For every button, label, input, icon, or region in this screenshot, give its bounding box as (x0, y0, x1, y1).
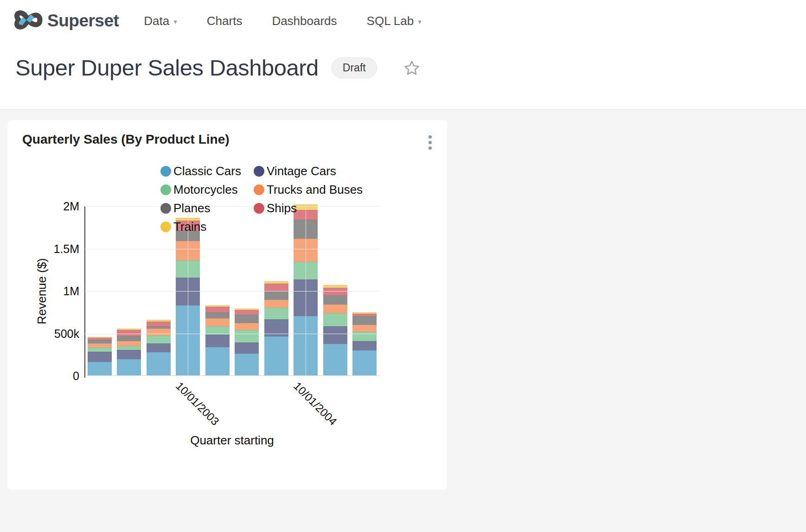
bar-segment-motorcycles[interactable] (264, 308, 288, 319)
brand-name: Superset (47, 11, 119, 31)
legend-label: Trucks and Buses (267, 183, 363, 197)
legend-item-classic-cars[interactable]: Classic Cars (160, 164, 254, 179)
bar-segment-motorcycles[interactable] (235, 330, 259, 342)
legend-item-trucks-and-buses[interactable]: Trucks and Buses (254, 182, 363, 197)
bar-segment-trucks-and-buses[interactable] (147, 329, 171, 335)
nav-menu: Data▾ChartsDashboardsSQL Lab▾ (144, 14, 421, 28)
legend-color-dot (160, 203, 171, 214)
stacked-bar-10[interactable] (352, 312, 377, 375)
stacked-bar-1[interactable] (88, 337, 112, 375)
bar-segment-vintage-cars[interactable] (235, 342, 259, 353)
navbar: Superset Data▾ChartsDashboardsSQL Lab▾ (0, 0, 806, 42)
x-tick-label: 10/01/2003 (173, 380, 222, 428)
legend-item-trains[interactable]: Trains (160, 219, 254, 234)
nav-item-sql-lab[interactable]: SQL Lab▾ (367, 14, 422, 28)
superset-brand[interactable]: Superset (9, 7, 119, 34)
nav-item-label: Charts (207, 14, 243, 28)
stacked-bar-7[interactable] (264, 281, 288, 375)
stacked-bar-9[interactable] (323, 285, 347, 375)
bar-segment-trains[interactable] (117, 329, 141, 330)
nav-item-charts[interactable]: Charts (207, 14, 243, 28)
nav-item-label: SQL Lab (367, 14, 414, 28)
nav-item-dashboards[interactable]: Dashboards (272, 14, 337, 28)
bar-segment-trucks-and-buses[interactable] (117, 341, 141, 346)
bar-segment-planes[interactable] (88, 340, 112, 343)
bar-segment-ships[interactable] (352, 314, 377, 316)
bar-segment-ships[interactable] (117, 330, 141, 336)
bar-segment-trains[interactable] (147, 320, 171, 321)
bar-segment-trucks-and-buses[interactable] (264, 300, 288, 308)
bar-segment-vintage-cars[interactable] (117, 350, 141, 359)
bar-segment-classic-cars[interactable] (88, 362, 112, 375)
legend-label: Trains (173, 220, 206, 234)
bar-segment-motorcycles[interactable] (323, 313, 347, 327)
bar-segment-trains[interactable] (205, 305, 230, 307)
legend-label: Planes (173, 201, 211, 215)
caret-down-icon: ▾ (418, 18, 422, 26)
status-badge: Draft (332, 57, 377, 78)
bar-segment-motorcycles[interactable] (147, 336, 171, 343)
bar-segment-planes[interactable] (264, 291, 288, 300)
nav-item-data[interactable]: Data▾ (144, 14, 177, 28)
bar-segment-ships[interactable] (88, 338, 112, 340)
legend-label: Classic Cars (173, 164, 241, 178)
nav-item-label: Dashboards (272, 14, 337, 28)
gridline (85, 291, 379, 291)
bar-segment-planes[interactable] (235, 315, 259, 323)
bar-segment-classic-cars[interactable] (147, 352, 171, 375)
bar-segment-trucks-and-buses[interactable] (352, 325, 377, 332)
bar-segment-planes[interactable] (117, 336, 141, 341)
bar-segment-classic-cars[interactable] (235, 354, 259, 375)
bar-segment-vintage-cars[interactable] (88, 352, 112, 362)
bar-segment-ships[interactable] (235, 310, 259, 315)
bar-segment-trains[interactable] (264, 281, 288, 284)
bar-segment-motorcycles[interactable] (88, 348, 112, 352)
bar-segment-trucks-and-buses[interactable] (88, 343, 112, 348)
bar-segment-planes[interactable] (323, 295, 347, 304)
bar-segment-ships[interactable] (205, 307, 230, 312)
bar-segment-ships[interactable] (147, 322, 171, 326)
bar-segment-classic-cars[interactable] (323, 344, 347, 375)
nav-item-label: Data (144, 14, 169, 28)
y-tick-label: 1M (28, 285, 79, 298)
superset-logo-icon (9, 7, 44, 34)
dashboard-title-row: Super Duper Sales Dashboard Draft (0, 42, 806, 81)
bar-segment-motorcycles[interactable] (117, 346, 141, 350)
bar-segment-classic-cars[interactable] (205, 347, 230, 375)
x-axis-line (85, 375, 379, 376)
stacked-bar-5[interactable] (205, 305, 230, 375)
bar-segment-trains[interactable] (88, 337, 112, 337)
app-header: Superset Data▾ChartsDashboardsSQL Lab▾ S… (0, 0, 806, 110)
legend-item-ships[interactable]: Ships (254, 201, 363, 216)
bar-segment-vintage-cars[interactable] (205, 335, 230, 347)
bar-segment-vintage-cars[interactable] (147, 343, 171, 352)
gridline (85, 249, 379, 249)
bar-segment-vintage-cars[interactable] (323, 326, 347, 344)
legend-color-dot (160, 166, 171, 177)
bar-segment-trucks-and-buses[interactable] (323, 304, 347, 313)
bar-segment-trucks-and-buses[interactable] (235, 323, 259, 330)
legend-item-vintage-cars[interactable]: Vintage Cars (254, 164, 363, 179)
y-tick-label: 2M (28, 200, 79, 213)
x-axis-title: Quarter starting (85, 433, 379, 448)
bar-segment-trains[interactable] (235, 309, 259, 310)
bar-segment-trains[interactable] (323, 285, 347, 288)
stacked-bar-2[interactable] (117, 329, 141, 375)
bar-segment-ships[interactable] (264, 284, 288, 291)
stacked-bar-3[interactable] (147, 320, 171, 375)
bar-segment-classic-cars[interactable] (117, 359, 141, 375)
stacked-bar-6[interactable] (235, 309, 259, 375)
bar-segment-vintage-cars[interactable] (352, 341, 377, 350)
favorite-star-icon[interactable] (404, 60, 420, 77)
legend-item-planes[interactable]: Planes (160, 201, 254, 216)
legend-item-motorcycles[interactable]: Motorcycles (160, 182, 254, 197)
bar-segment-trucks-and-buses[interactable] (205, 318, 230, 326)
bar-segment-planes[interactable] (205, 312, 230, 318)
bar-segment-planes[interactable] (352, 316, 377, 324)
caret-down-icon: ▾ (173, 18, 177, 26)
bar-segment-planes[interactable] (147, 326, 171, 329)
page-title: Super Duper Sales Dashboard (15, 55, 319, 81)
bar-segment-classic-cars[interactable] (264, 336, 288, 375)
bar-segment-trains[interactable] (352, 312, 377, 314)
bar-segment-classic-cars[interactable] (352, 350, 377, 375)
